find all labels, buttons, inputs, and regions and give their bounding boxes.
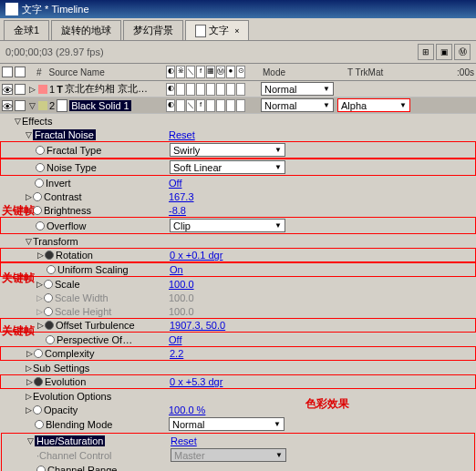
lock-toggle[interactable]	[15, 100, 26, 111]
tab-0[interactable]: 金球1	[4, 20, 49, 40]
prop-scale-height: ▷Scale Height100.0	[0, 304, 476, 318]
stopwatch-icon[interactable]	[35, 420, 44, 429]
reset-link[interactable]: Reset	[169, 129, 195, 140]
tab-3[interactable]: 文字×	[185, 20, 249, 40]
num-header: #	[36, 67, 42, 77]
evolution-options-group[interactable]: ▷Evolution Options	[0, 389, 476, 403]
layer-name: Black Solid 1	[69, 100, 131, 111]
stopwatch-icon[interactable]	[36, 466, 46, 472]
stopwatch-icon[interactable]	[36, 221, 45, 230]
stopwatch-icon[interactable]	[45, 251, 54, 260]
comp-tabs: 金球1 旋转的地球 梦幻背景 文字×	[0, 18, 476, 41]
tab-close-icon[interactable]: ×	[234, 26, 239, 36]
annotation-keyframe-2: 关键帧	[2, 271, 35, 286]
stopwatch-icon[interactable]	[44, 280, 53, 289]
fractal-type-dropdown[interactable]: Swirly▼	[170, 143, 285, 157]
source-header[interactable]: Source Name	[49, 67, 105, 77]
channel-control-dropdown: Master▼	[171, 448, 286, 462]
stopwatch-icon[interactable]	[46, 335, 55, 344]
prop-offset-turbulence: ▷Offset Turbulence1907.3, 50.0	[0, 318, 476, 333]
mode-header: Mode	[263, 67, 285, 77]
stopwatch-icon[interactable]	[33, 405, 42, 415]
app-icon	[5, 3, 18, 15]
annotation-keyframe-1: 关键帧	[2, 203, 35, 219]
annotation-color-effect: 色彩效果	[305, 396, 349, 412]
stopwatch-icon[interactable]	[45, 321, 54, 330]
effect-hue-saturation[interactable]: ▽Hue/SaturationReset	[2, 434, 474, 447]
prop-scale-width: ▷Scale Width100.0	[0, 291, 476, 304]
stopwatch-icon[interactable]	[36, 146, 45, 155]
stopwatch-icon[interactable]	[47, 265, 56, 274]
prop-channel-control: · Channel ControlMaster▼	[2, 447, 474, 463]
prop-rotation: ▷Rotation0 x +0.1 dgr	[0, 248, 476, 262]
toolbar-btn-c[interactable]: Ⓜ	[454, 44, 471, 60]
stopwatch-icon[interactable]	[33, 192, 42, 201]
timecode[interactable]: 0;00;00;03 (29.97 fps)	[5, 46, 104, 57]
prop-noise-type: Noise TypeSoft Linear▼	[0, 159, 476, 176]
chevron-down-icon: ▼	[323, 85, 330, 93]
switch-header: ◐	[166, 66, 175, 78]
prop-channel-range: Channel Range	[2, 463, 474, 471]
prop-blending-mode: Blending ModeNormal▼	[0, 416, 476, 432]
noise-type-dropdown[interactable]: Soft Linear▼	[170, 160, 285, 174]
expand-toggle[interactable]: ▷	[27, 85, 36, 94]
label-color[interactable]	[38, 85, 47, 94]
timecode-row: 0;00;00;03 (29.97 fps) ⊞ ▣ Ⓜ	[0, 41, 476, 64]
layer-2[interactable]: 👁 ▽ 2 Black Solid 1 ◐＼f Normal▼ Alpha▼	[0, 97, 476, 114]
prop-contrast: ▷Contrast167.3	[0, 189, 476, 203]
expand-toggle[interactable]: ▽	[27, 101, 36, 110]
visibility-toggle[interactable]: 👁	[2, 100, 13, 111]
tab-1[interactable]: 旋转的地球	[51, 20, 121, 40]
stopwatch-icon[interactable]	[34, 377, 43, 386]
window-title: 文字 * Timeline	[22, 3, 89, 16]
solid-icon	[57, 99, 67, 112]
visibility-toggle[interactable]: 👁	[2, 84, 13, 95]
prop-complexity: ▷Complexity2.2	[0, 346, 476, 361]
chevron-down-icon: ▼	[399, 101, 407, 109]
prop-scale: ▷Scale100.0	[0, 277, 476, 291]
sub-settings-group[interactable]: ▷Sub Settings	[0, 361, 476, 374]
mode-dropdown[interactable]: Normal▼	[261, 98, 334, 112]
chevron-down-icon: ▼	[323, 101, 330, 109]
prop-invert: InvertOff	[0, 176, 476, 189]
toolbar-btn-b[interactable]: ▣	[436, 44, 452, 60]
mode-dropdown[interactable]: Normal▼	[261, 82, 334, 96]
audio-header-icon	[15, 67, 26, 77]
prop-uniform-scaling: Uniform ScalingOn	[0, 262, 476, 277]
comp-icon	[195, 25, 206, 37]
transform-group[interactable]: ▽Transform	[0, 234, 476, 248]
overflow-dropdown[interactable]: Clip▼	[170, 219, 285, 232]
stopwatch-icon	[44, 293, 53, 302]
prop-brightness: ▷Brightness-8.8	[0, 203, 476, 217]
label-color[interactable]	[38, 101, 47, 110]
layer-name: 京北在约相 京北…	[65, 82, 148, 96]
prop-perspective: Perspective Of…Off	[0, 333, 476, 346]
visibility-header-icon	[2, 67, 13, 77]
prop-evolution: ▷Evolution0 x +5.3 dgr	[0, 374, 476, 389]
window-titlebar: 文字 * Timeline	[0, 0, 476, 18]
time-header: :00s	[457, 67, 474, 77]
trkmat-dropdown[interactable]: Alpha▼	[337, 98, 410, 112]
stopwatch-icon[interactable]	[34, 349, 43, 358]
prop-overflow: OverflowClip▼	[0, 217, 476, 234]
reset-link[interactable]: Reset	[171, 435, 197, 446]
column-headers: # Source Name ◐ ※ ＼ f ▦ Ⓜ ● ⊙ Mode T Trk…	[0, 64, 476, 81]
stopwatch-icon[interactable]	[35, 179, 44, 188]
tab-2[interactable]: 梦幻背景	[123, 20, 183, 40]
trkmat-header: T TrkMat	[347, 67, 383, 77]
blending-mode-dropdown[interactable]: Normal▼	[169, 417, 285, 431]
layer-1[interactable]: 👁 ▷ 1 T 京北在约相 京北… ◐ Normal▼	[0, 81, 476, 97]
effect-fractal-noise[interactable]: ▽Fractal NoiseReset	[0, 128, 476, 141]
toolbar-btn-a[interactable]: ⊞	[418, 44, 434, 60]
prop-fractal-type: Fractal TypeSwirly▼	[0, 141, 476, 159]
stopwatch-icon[interactable]	[36, 163, 45, 172]
annotation-keyframe-3: 关键帧	[2, 323, 35, 339]
effects-group[interactable]: ▽Effects	[0, 114, 476, 128]
stopwatch-icon	[44, 307, 53, 316]
prop-opacity: ▷Opacity100.0 %	[0, 403, 476, 416]
lock-toggle[interactable]	[15, 84, 26, 95]
